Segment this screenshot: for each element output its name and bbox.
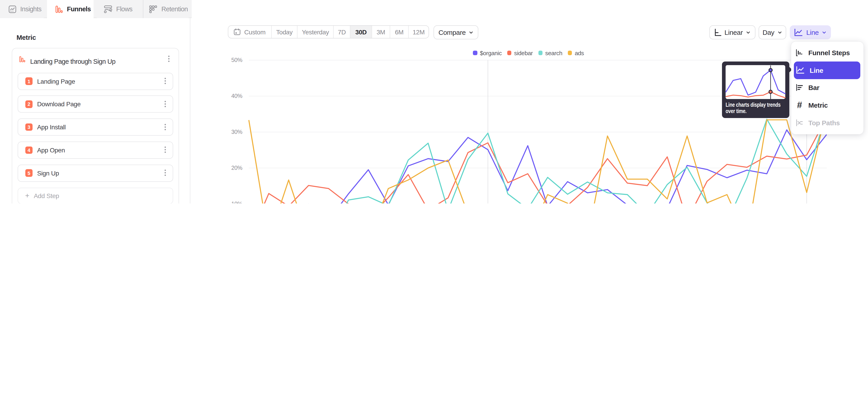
svg-text:10%: 10% xyxy=(231,200,242,204)
svg-text:30%: 30% xyxy=(231,129,242,135)
svg-text:40%: 40% xyxy=(231,93,242,99)
svg-text:50%: 50% xyxy=(231,57,242,63)
svg-text:20%: 20% xyxy=(231,165,242,171)
